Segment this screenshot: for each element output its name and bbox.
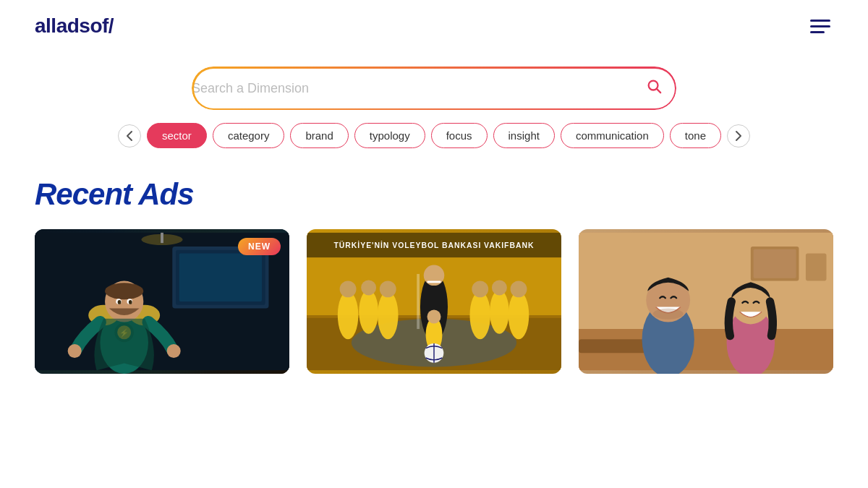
svg-rect-37 (427, 281, 441, 283)
svg-rect-5 (179, 253, 262, 301)
svg-point-41 (492, 281, 507, 296)
hamburger-line-3 (810, 31, 825, 33)
filter-tag-typology[interactable]: typology (354, 123, 425, 148)
svg-rect-52 (754, 249, 796, 278)
svg-rect-53 (806, 253, 827, 281)
svg-point-29 (338, 291, 359, 340)
hamburger-menu[interactable] (807, 17, 833, 36)
filter-tag-focus[interactable]: focus (431, 123, 488, 148)
search-input[interactable] (192, 67, 676, 110)
hamburger-line-1 (810, 20, 830, 22)
ads-grid: ⚡ NEW (35, 229, 833, 374)
recent-ads-section: Recent Ads (0, 155, 868, 374)
svg-point-20 (68, 344, 82, 358)
svg-point-39 (472, 281, 488, 297)
svg-rect-54 (579, 339, 647, 353)
filter-tag-insight[interactable]: insight (493, 123, 555, 148)
svg-point-45 (427, 309, 441, 323)
svg-point-19 (129, 300, 132, 304)
svg-point-43 (511, 281, 527, 297)
ad-card-2[interactable]: TÜRKİYE'NİN VOLEYBOL BANKASI VAKIFBANK (307, 229, 561, 374)
filter-row: sector category brand typology focus ins… (118, 123, 750, 148)
filter-tag-brand[interactable]: brand (290, 123, 348, 148)
svg-point-18 (118, 300, 122, 304)
svg-point-57 (653, 309, 684, 320)
svg-text:TÜRKİYE'NİN VOLEYBOL BANKASI V: TÜRKİYE'NİN VOLEYBOL BANKASI VAKIFBANK (334, 241, 535, 249)
ad-card-3[interactable] (579, 229, 833, 374)
search-bar-wrapper (192, 67, 676, 110)
svg-point-42 (509, 291, 529, 340)
svg-point-34 (380, 281, 396, 297)
svg-point-40 (490, 290, 509, 334)
logo[interactable]: alladsof/ (35, 14, 114, 38)
hamburger-line-2 (810, 25, 830, 27)
new-badge: NEW (238, 238, 281, 255)
svg-rect-7 (161, 233, 163, 243)
filter-tag-communication[interactable]: communication (561, 123, 664, 148)
svg-point-31 (359, 290, 378, 334)
filter-tag-sector[interactable]: sector (147, 123, 207, 148)
svg-rect-26 (417, 274, 420, 329)
svg-point-30 (340, 281, 357, 297)
svg-point-33 (378, 291, 399, 340)
filter-tag-tone[interactable]: tone (670, 123, 721, 148)
logo-text: alladso (35, 14, 102, 37)
search-section: sector category brand typology focus ins… (0, 52, 868, 155)
svg-point-38 (469, 291, 490, 340)
ad-card-1[interactable]: ⚡ NEW (35, 229, 289, 374)
filter-prev-button[interactable] (118, 124, 141, 147)
filter-next-button[interactable] (727, 124, 750, 147)
filter-tag-category[interactable]: category (213, 123, 285, 148)
recent-ads-title: Recent Ads (35, 177, 833, 212)
header: alladsof/ (0, 0, 868, 52)
svg-point-15 (105, 283, 143, 299)
svg-point-32 (361, 281, 376, 296)
logo-slash: f/ (102, 14, 114, 37)
svg-point-21 (167, 344, 181, 358)
